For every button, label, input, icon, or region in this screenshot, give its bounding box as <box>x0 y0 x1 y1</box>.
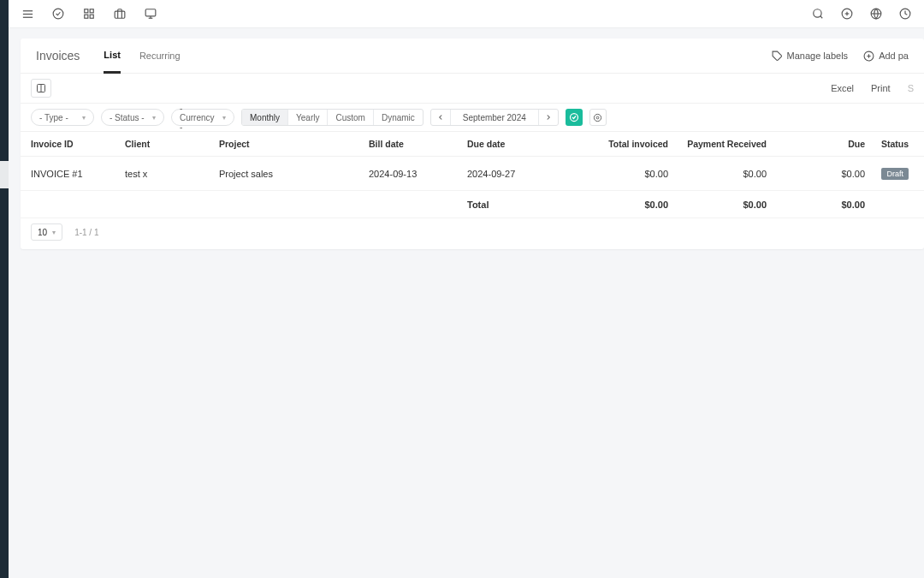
controls-bar: - Type - ▾ - Status - ▾ - Currency - ▾ M… <box>21 104 924 131</box>
refresh-button[interactable] <box>566 109 583 126</box>
freq-dynamic-button[interactable]: Dynamic <box>374 110 423 125</box>
svg-point-27 <box>595 114 601 121</box>
add-payment-button[interactable]: Add pa <box>863 51 909 62</box>
monitor-icon[interactable] <box>144 7 157 21</box>
svg-point-12 <box>814 9 821 17</box>
briefcase-icon[interactable] <box>113 7 127 21</box>
target-button[interactable] <box>589 109 607 126</box>
chevron-down-icon: ▾ <box>152 114 156 122</box>
page-size-select[interactable]: 10 ▾ <box>31 223 62 241</box>
type-filter-select[interactable]: - Type - ▾ <box>31 109 94 126</box>
freq-monthly-button[interactable]: Monthly <box>242 110 288 125</box>
topbar <box>9 0 924 28</box>
total-payment-received: $0.00 <box>668 200 767 210</box>
type-filter-label: - Type - <box>39 113 68 122</box>
search-icon[interactable] <box>811 7 825 21</box>
pagination: 10 ▾ 1-1 / 1 <box>21 218 924 249</box>
left-rail-active-indicator <box>0 161 9 188</box>
status-filter-select[interactable]: - Status - ▾ <box>101 109 164 126</box>
th-status[interactable]: Status <box>865 139 914 149</box>
frequency-segment: Monthly Yearly Custom Dynamic <box>241 109 424 126</box>
th-project[interactable]: Project <box>219 139 369 149</box>
check-circle-icon[interactable] <box>51 7 65 21</box>
svg-point-28 <box>596 116 599 119</box>
more-export-button[interactable]: S <box>899 83 914 93</box>
chevron-down-icon: ▾ <box>82 114 86 122</box>
clock-icon[interactable] <box>898 7 912 21</box>
add-payment-label: Add pa <box>879 51 909 61</box>
manage-labels-button[interactable]: Manage labels <box>772 51 849 62</box>
export-excel-button[interactable]: Excel <box>822 83 862 93</box>
topbar-left <box>21 7 157 21</box>
cell-due: $0.00 <box>767 169 865 179</box>
total-invoiced: $0.00 <box>570 200 668 210</box>
menu-icon[interactable] <box>21 7 34 21</box>
svg-rect-4 <box>85 9 88 13</box>
topbar-right <box>811 7 912 21</box>
tab-recurring[interactable]: Recurring <box>139 39 181 72</box>
date-navigator: September 2024 <box>430 109 559 126</box>
page-range-label: 1-1 / 1 <box>74 228 98 237</box>
print-button[interactable]: Print <box>862 83 899 93</box>
columns-toggle-button[interactable] <box>31 79 51 98</box>
freq-yearly-button[interactable]: Yearly <box>288 110 328 125</box>
cell-bill-date: 2024-09-13 <box>369 169 467 179</box>
next-month-button[interactable] <box>539 110 558 125</box>
table-header-row: Invoice ID Client Project Bill date Due … <box>21 131 924 157</box>
cell-client: test x <box>125 169 219 179</box>
cell-project: Project sales <box>219 169 369 179</box>
svg-rect-6 <box>85 15 88 18</box>
th-bill-date[interactable]: Bill date <box>369 139 467 149</box>
prev-month-button[interactable] <box>431 110 450 125</box>
table-row[interactable]: INVOICE #1 test x Project sales 2024-09-… <box>21 157 924 191</box>
export-actions: Excel Print S <box>822 83 914 93</box>
globe-icon[interactable] <box>869 7 883 21</box>
total-label: Total <box>467 200 570 210</box>
filters-bar: Excel Print S <box>21 73 924 104</box>
th-payment-received[interactable]: Payment Received <box>668 139 767 149</box>
status-filter-label: - Status - <box>110 113 145 122</box>
svg-rect-5 <box>90 9 93 13</box>
svg-rect-9 <box>145 9 156 16</box>
th-invoice-id[interactable]: Invoice ID <box>31 139 125 149</box>
th-due[interactable]: Due <box>767 139 865 149</box>
cell-payment-received: $0.00 <box>668 169 767 179</box>
manage-labels-label: Manage labels <box>787 51 849 61</box>
status-badge: Draft <box>881 168 909 180</box>
main-area: Invoices List Recurring Manage labels Ad… <box>9 28 924 578</box>
th-client[interactable]: Client <box>125 139 219 149</box>
svg-rect-7 <box>90 15 93 18</box>
chevron-down-icon: ▾ <box>52 229 56 236</box>
svg-line-13 <box>820 16 823 19</box>
cell-status: Draft <box>865 168 914 180</box>
plus-circle-icon[interactable] <box>840 7 854 21</box>
th-due-date[interactable]: Due date <box>467 139 570 149</box>
date-range-label[interactable]: September 2024 <box>450 110 539 125</box>
total-due: $0.00 <box>767 200 865 210</box>
table-total-row: Total $0.00 $0.00 $0.00 <box>21 191 924 218</box>
tab-list[interactable]: List <box>104 39 121 74</box>
currency-filter-select[interactable]: - Currency - ▾ <box>171 109 234 126</box>
tab-header: Invoices List Recurring Manage labels Ad… <box>21 39 924 73</box>
page-title: Invoices <box>36 49 80 63</box>
invoices-table: Invoice ID Client Project Bill date Due … <box>21 131 924 218</box>
currency-filter-label: - Currency - <box>180 104 217 132</box>
grid-icon[interactable] <box>82 7 96 21</box>
cell-total-invoiced: $0.00 <box>570 169 668 179</box>
cell-due-date: 2024-09-27 <box>467 169 570 179</box>
cell-invoice-id: INVOICE #1 <box>31 169 125 179</box>
page-size-value: 10 <box>38 228 47 237</box>
svg-rect-8 <box>115 11 125 18</box>
svg-point-3 <box>53 9 63 19</box>
th-total-invoiced[interactable]: Total invoiced <box>570 139 668 149</box>
chevron-down-icon: ▾ <box>222 114 226 122</box>
tab-header-right: Manage labels Add pa <box>772 51 909 62</box>
left-nav-rail <box>0 0 9 578</box>
content-card: Invoices List Recurring Manage labels Ad… <box>21 39 924 249</box>
freq-custom-button[interactable]: Custom <box>328 110 373 125</box>
